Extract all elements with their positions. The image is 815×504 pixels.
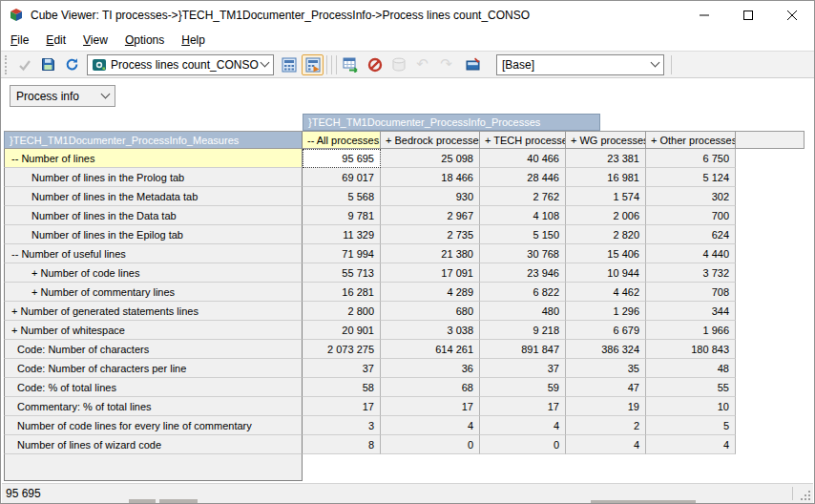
minimize-button[interactable] (682, 1, 726, 30)
data-cell[interactable]: 4 (381, 416, 480, 435)
row-header[interactable]: + Number of commentary lines (4, 283, 303, 302)
menu-help[interactable]: Help (173, 31, 214, 50)
data-cell[interactable]: 2 762 (480, 187, 566, 206)
data-cell[interactable]: 9 218 (480, 321, 566, 340)
data-cell[interactable]: 2 (566, 416, 646, 435)
data-cell[interactable]: 0 (480, 435, 566, 454)
data-cell[interactable]: 2 073 275 (303, 340, 381, 359)
data-cell[interactable]: 11 329 (303, 225, 381, 244)
data-cell[interactable]: 16 981 (566, 168, 646, 187)
view-selector[interactable]: Process lines count_CONSO (87, 54, 274, 75)
data-cell[interactable]: 58 (303, 378, 381, 397)
row-header[interactable]: Code: Number of characters per line (4, 359, 303, 378)
row-header[interactable]: Number of lines of wizard code (4, 435, 303, 454)
base-selector[interactable]: [Base] (496, 54, 664, 75)
redo-button[interactable]: ↷ (435, 54, 457, 75)
data-cell[interactable]: 19 (566, 397, 646, 416)
data-cell[interactable]: 386 324 (566, 340, 646, 359)
data-cell[interactable]: 3 038 (381, 321, 480, 340)
data-cell[interactable]: 37 (303, 359, 381, 378)
data-cell[interactable]: 1 574 (566, 187, 646, 206)
data-cell[interactable]: 6 822 (480, 283, 566, 302)
data-cell[interactable]: 47 (566, 378, 646, 397)
data-cell[interactable]: 344 (646, 302, 736, 321)
data-cell[interactable]: 28 446 (480, 168, 566, 187)
row-header[interactable]: Number of lines in the Data tab (4, 206, 303, 225)
data-cell[interactable]: 71 994 (303, 244, 381, 263)
data-cell[interactable]: 69 017 (303, 168, 381, 187)
data-cell[interactable]: 624 (646, 225, 736, 244)
data-cell[interactable]: 4 462 (566, 283, 646, 302)
data-cell[interactable]: 55 713 (303, 263, 381, 283)
data-cell[interactable]: 10 (646, 397, 736, 416)
auto-recalculate-button[interactable] (302, 54, 324, 75)
data-cell[interactable]: 59 (480, 378, 566, 397)
maximize-button[interactable] (726, 1, 770, 30)
data-cell[interactable]: 23 381 (566, 149, 646, 168)
data-cell[interactable]: 15 406 (566, 244, 646, 263)
data-cell[interactable]: 16 281 (303, 283, 381, 302)
data-cell[interactable]: 4 (566, 435, 646, 454)
menu-view[interactable]: View (74, 31, 116, 50)
data-cell[interactable]: 2 006 (566, 206, 646, 225)
data-cell[interactable]: 1 296 (566, 302, 646, 321)
column-dimension-header[interactable]: }TECH_TM1Documenter_ProcessInfo_Processe… (303, 114, 600, 131)
data-cell[interactable]: 2 820 (566, 225, 646, 244)
data-cell[interactable]: 23 946 (480, 263, 566, 283)
export-button[interactable] (459, 54, 491, 75)
data-cell[interactable]: 680 (381, 302, 480, 321)
menu-file[interactable]: File (2, 31, 37, 50)
database-button[interactable] (387, 54, 409, 75)
data-cell[interactable]: 10 944 (566, 263, 646, 283)
process-info-selector[interactable]: Process info (10, 85, 115, 107)
data-cell[interactable]: 180 843 (646, 340, 736, 359)
data-cell[interactable]: 25 098 (381, 149, 480, 168)
data-cell[interactable]: 17 (303, 397, 381, 416)
data-cell[interactable]: 6 679 (566, 321, 646, 340)
column-header[interactable]: + WG processes (566, 131, 646, 149)
data-cell[interactable]: 21 380 (381, 244, 480, 263)
suspend-updates-button[interactable] (364, 54, 386, 75)
row-header[interactable]: + Number of generated statements lines (4, 302, 303, 321)
data-cell[interactable]: 17 (381, 397, 480, 416)
data-cell[interactable]: 930 (381, 187, 480, 206)
data-cell[interactable]: 891 847 (480, 340, 566, 359)
data-cell[interactable]: 700 (646, 206, 736, 225)
recalc-check-button[interactable] (13, 54, 35, 75)
selected-data-cell[interactable]: 95 695 (303, 149, 381, 168)
row-header[interactable]: Number of lines in the Epilog tab (4, 225, 303, 244)
data-cell[interactable]: 40 466 (480, 149, 566, 168)
data-cell[interactable]: 3 732 (646, 263, 736, 283)
row-header[interactable]: + Number of whitespace (4, 321, 303, 340)
data-cell[interactable]: 302 (646, 187, 736, 206)
data-cell[interactable]: 614 261 (381, 340, 480, 359)
data-cell[interactable]: 1 966 (646, 321, 736, 340)
data-cell[interactable]: 36 (381, 359, 480, 378)
data-cell[interactable]: 48 (646, 359, 736, 378)
column-header[interactable]: -- All processes (303, 131, 381, 149)
data-cell[interactable]: 6 750 (646, 149, 736, 168)
column-header[interactable]: + TECH processes (480, 131, 566, 149)
data-cell[interactable]: 5 124 (646, 168, 736, 187)
data-cell[interactable]: 35 (566, 359, 646, 378)
slice-table-button[interactable] (340, 54, 362, 75)
row-header[interactable]: Number of lines in the Prolog tab (4, 168, 303, 187)
data-cell[interactable]: 17 (480, 397, 566, 416)
row-header[interactable]: + Number of code lines (4, 263, 303, 283)
data-cell[interactable]: 55 (646, 378, 736, 397)
data-cell[interactable]: 20 901 (303, 321, 381, 340)
data-cell[interactable]: 2 735 (381, 225, 480, 244)
row-header[interactable]: Code: % of total lines (4, 378, 303, 397)
refresh-button[interactable] (61, 54, 83, 75)
row-header[interactable]: -- Number of lines (4, 149, 303, 168)
data-cell[interactable]: 5 568 (303, 187, 381, 206)
data-cell[interactable]: 4 (646, 435, 736, 454)
row-header[interactable]: -- Number of useful lines (4, 244, 303, 263)
row-header[interactable]: Number of code lines for every line of c… (4, 416, 303, 435)
data-cell[interactable]: 68 (381, 378, 480, 397)
data-cell[interactable]: 30 768 (480, 244, 566, 263)
data-cell[interactable]: 3 (303, 416, 381, 435)
resize-grip-icon[interactable] (799, 489, 811, 501)
data-cell[interactable]: 8 (303, 435, 381, 454)
row-dimension-header[interactable]: }TECH_TM1Documenter_ProcessInfo_Measures (4, 131, 303, 149)
